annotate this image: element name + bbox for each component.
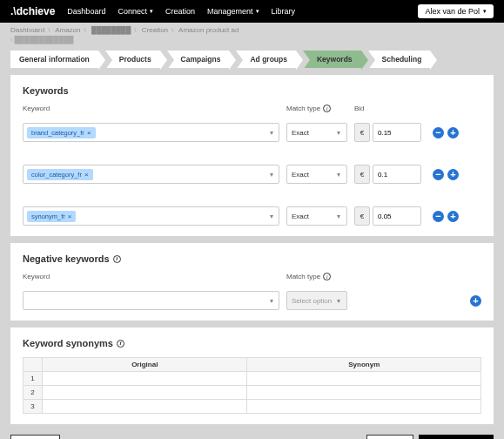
step-ad-groups[interactable]: Ad groups [236, 51, 296, 68]
breadcrumb-item[interactable]: Dashboard [10, 26, 44, 34]
row-index: 2 [24, 386, 43, 400]
chevron-down-icon: ▾ [483, 8, 487, 15]
bid-input[interactable] [373, 206, 421, 226]
column-header-keyword: Keyword [23, 105, 279, 112]
wizard-steps: General information Products Campaigns A… [0, 49, 504, 75]
bid-field: € [354, 206, 426, 226]
step-general-information[interactable]: General information [10, 51, 98, 68]
breadcrumb-item[interactable]: ████████ [91, 26, 131, 34]
breadcrumb: Dashboard\ Amazon\ ████████\ Creation\ A… [0, 23, 504, 36]
add-row-button[interactable]: + [447, 169, 459, 180]
user-menu-button[interactable]: Alex van de Pol ▾ [418, 4, 494, 18]
step-products[interactable]: Products [105, 51, 160, 68]
nav-label: Creation [165, 7, 195, 16]
info-icon[interactable]: i [323, 105, 331, 112]
nav-label: Connect [118, 7, 147, 16]
add-row-button[interactable]: + [447, 211, 459, 222]
keyword-input[interactable]: ▾ [23, 291, 279, 310]
info-icon[interactable]: i [113, 255, 121, 263]
table-row[interactable]: 3 [24, 400, 481, 414]
chevron-down-icon: ▾ [337, 129, 342, 137]
info-icon[interactable]: i [323, 273, 331, 280]
nav-label: Dashboard [67, 7, 105, 16]
keyword-input[interactable]: color_category_fr× ▾ [23, 165, 279, 184]
match-type-select[interactable]: Exact▾ [286, 165, 347, 184]
keyword-input[interactable]: synonym_fr× ▾ [23, 206, 279, 226]
cell-synonym[interactable] [247, 372, 481, 386]
currency-label: € [354, 165, 370, 184]
cell-synonym[interactable] [247, 386, 481, 400]
info-icon[interactable]: i [117, 340, 124, 348]
chevron-down-icon: ▾ [256, 8, 259, 15]
cell-original[interactable] [43, 400, 247, 414]
footer-actions: PREVIEW ▣SAVE ▣SAVE & NEXT [0, 431, 504, 439]
panel-title: Negative keywordsi [23, 253, 481, 264]
cell-original[interactable] [43, 372, 247, 386]
breadcrumb-sub: \ ████████████ [0, 36, 504, 49]
breadcrumb-item[interactable]: Amazon [55, 26, 80, 34]
remove-tag-icon[interactable]: × [87, 129, 91, 137]
chevron-down-icon[interactable]: ▾ [270, 129, 275, 137]
column-header-index [24, 358, 43, 372]
match-type-select[interactable]: Select option▾ [286, 291, 347, 310]
keyword-input[interactable]: brand_category_fr× ▾ [23, 123, 279, 142]
column-header-keyword: Keyword [23, 273, 279, 280]
keyword-tag: brand_category_fr× [27, 127, 96, 138]
chevron-down-icon[interactable]: ▾ [270, 297, 275, 305]
nav-label: Library [272, 7, 296, 16]
keywords-panel: Keywords Keyword Match typei Bid brand_c… [10, 75, 494, 236]
chevron-down-icon: ▾ [337, 213, 342, 220]
remove-row-button[interactable]: − [433, 211, 444, 222]
row-index: 1 [24, 372, 43, 386]
bid-field: € [354, 165, 426, 184]
currency-label: € [354, 123, 370, 142]
bid-input[interactable] [373, 123, 421, 142]
cell-synonym[interactable] [247, 400, 481, 414]
column-header-original: Original [43, 358, 247, 372]
match-type-select[interactable]: Exact▾ [286, 123, 347, 142]
synonyms-table: Original Synonym 1 2 3 [23, 357, 481, 414]
bid-field: € [354, 123, 426, 142]
user-name: Alex van de Pol [425, 7, 480, 16]
keyword-tag: color_category_fr× [27, 169, 93, 180]
breadcrumb-item[interactable]: Creation [142, 26, 168, 34]
logo: .\dchieve [10, 5, 55, 17]
remove-tag-icon[interactable]: × [84, 171, 89, 179]
breadcrumb-item[interactable]: Amazon product ad [178, 26, 239, 34]
nav-creation[interactable]: Creation [165, 7, 195, 16]
save-button[interactable]: ▣SAVE [366, 435, 413, 439]
bid-input[interactable] [373, 165, 421, 184]
remove-tag-icon[interactable]: × [68, 213, 72, 220]
row-index: 3 [24, 400, 43, 414]
column-header-match-type: Match typei [286, 105, 347, 112]
cell-original[interactable] [43, 386, 247, 400]
chevron-down-icon: ▾ [337, 297, 342, 305]
column-header-match-type: Match typei [286, 273, 347, 280]
match-type-select[interactable]: Exact▾ [286, 206, 347, 226]
column-header-bid: Bid [354, 105, 426, 112]
currency-label: € [354, 206, 370, 226]
step-keywords[interactable]: Keywords [303, 51, 361, 68]
add-row-button[interactable]: + [447, 127, 459, 138]
save-next-button[interactable]: ▣SAVE & NEXT [419, 435, 494, 439]
panel-title: Keywords [23, 85, 481, 96]
nav-dashboard[interactable]: Dashboard [67, 7, 105, 16]
column-header-synonym: Synonym [247, 358, 481, 372]
table-row[interactable]: 2 [24, 386, 481, 400]
keyword-synonyms-panel: Keyword synonymsi Original Synonym 1 2 3 [10, 328, 494, 424]
remove-row-button[interactable]: − [433, 127, 444, 138]
step-campaigns[interactable]: Campaigns [167, 51, 230, 68]
chevron-down-icon[interactable]: ▾ [270, 171, 275, 179]
preview-button[interactable]: PREVIEW [10, 435, 60, 439]
nav-connect[interactable]: Connect▾ [118, 7, 153, 16]
nav-management[interactable]: Management▾ [207, 7, 259, 16]
nav-library[interactable]: Library [272, 7, 296, 16]
remove-row-button[interactable]: − [433, 169, 444, 180]
chevron-down-icon[interactable]: ▾ [270, 213, 275, 220]
add-row-button[interactable]: + [470, 295, 481, 307]
step-scheduling[interactable]: Scheduling [368, 51, 431, 68]
topbar-left: .\dchieve Dashboard Connect▾ Creation Ma… [10, 5, 295, 17]
keyword-tag: synonym_fr× [27, 211, 76, 222]
negative-keywords-panel: Negative keywordsi Keyword Match typei ▾… [10, 243, 494, 321]
table-row[interactable]: 1 [24, 372, 481, 386]
